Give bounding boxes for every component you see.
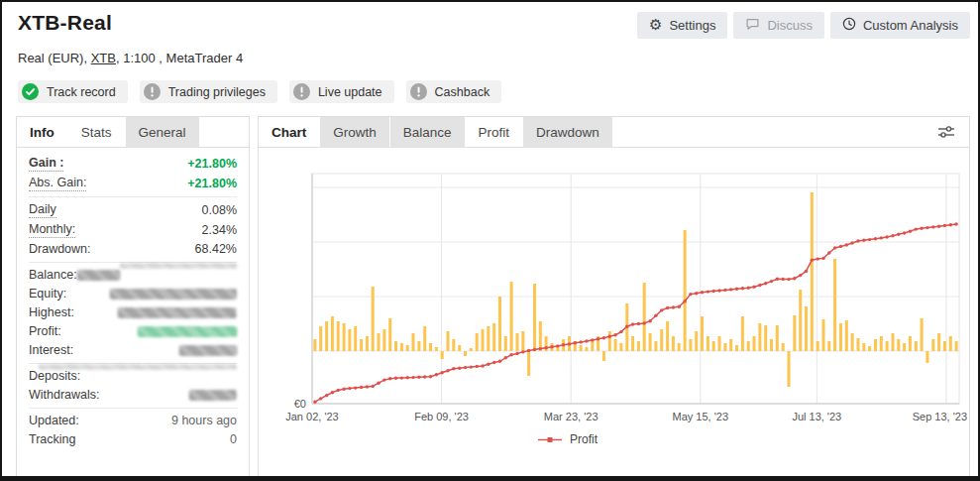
- tab-profit[interactable]: Profit: [466, 117, 523, 147]
- profit-bar: [845, 320, 848, 351]
- tab-stats[interactable]: Stats: [68, 117, 125, 147]
- line-marker: [377, 382, 380, 385]
- profit-bar: [793, 315, 796, 351]
- profit-bar: [811, 192, 814, 351]
- x-axis-tick: Feb 09, '23: [414, 411, 469, 422]
- chart-gridlines: [312, 174, 959, 404]
- profit-bar: [886, 341, 889, 351]
- stat-value: +21.80%: [187, 177, 237, 191]
- profit-bar: [372, 287, 375, 351]
- profit-bar: [931, 339, 934, 351]
- stat-row-interest: Interest:: [29, 341, 237, 360]
- broker-link[interactable]: XTB: [91, 51, 116, 65]
- profit-bar: [348, 329, 351, 351]
- profit-bar: [701, 316, 704, 351]
- stat-label[interactable]: Monthly:: [29, 222, 75, 238]
- tab-balance[interactable]: Balance: [390, 117, 465, 147]
- line-marker: [943, 224, 946, 227]
- line-marker: [764, 282, 767, 285]
- profit-bar: [822, 319, 825, 351]
- line-marker: [509, 353, 512, 356]
- line-marker: [821, 257, 824, 260]
- profit-bar: [510, 282, 513, 351]
- profit-bar: [602, 351, 605, 361]
- profit-bar: [827, 341, 830, 351]
- line-marker: [747, 287, 750, 290]
- profit-bar: [805, 306, 808, 351]
- line-marker: [452, 367, 455, 370]
- profit-bar: [400, 343, 403, 351]
- tab-drawdown[interactable]: Drawdown: [523, 117, 612, 147]
- profit-line: [313, 222, 958, 404]
- profit-bar: [892, 333, 895, 351]
- line-marker: [683, 300, 686, 302]
- line-marker: [411, 376, 414, 379]
- tab-growth[interactable]: Growth: [320, 117, 389, 147]
- page-header: XTB-Real ⚙SettingsDiscussCustom Analysis…: [2, 2, 978, 103]
- line-marker: [574, 341, 577, 344]
- line-marker: [556, 344, 559, 347]
- profit-bar: [753, 336, 756, 351]
- profit-bar: [412, 333, 415, 351]
- line-marker: [717, 289, 720, 292]
- badge-track-record[interactable]: Track record: [18, 80, 128, 103]
- profit-bar: [707, 336, 709, 351]
- line-marker: [937, 225, 940, 228]
- profit-chart-svg[interactable]: €0Jan 02, '23Feb 09, '23Mar 23, '23May 1…: [261, 158, 970, 427]
- gear-icon: ⚙: [649, 18, 662, 33]
- stat-value: 0: [230, 432, 237, 447]
- line-marker: [325, 394, 328, 397]
- profit-bar: [470, 348, 473, 351]
- settings-button[interactable]: ⚙Settings: [637, 12, 727, 39]
- x-axis-tick: Jan 02, '23: [285, 411, 338, 422]
- badge-trading-privileges[interactable]: Trading privileges: [140, 80, 277, 103]
- profit-bar: [343, 323, 346, 351]
- line-marker: [915, 227, 918, 230]
- line-marker: [695, 292, 698, 295]
- stats-title-tab-info[interactable]: Info: [17, 117, 67, 147]
- stat-value: +21.80%: [187, 157, 237, 172]
- line-marker: [492, 361, 495, 364]
- line-marker: [723, 289, 726, 292]
- profit-bar: [441, 351, 444, 359]
- badge-cashback[interactable]: Cashback: [406, 80, 502, 103]
- line-marker: [602, 336, 605, 339]
- stat-row-abs-gain: Abs. Gain:+21.80%: [29, 174, 237, 193]
- profit-bar: [325, 321, 328, 351]
- line-marker: [441, 371, 444, 374]
- profit-bar: [452, 339, 455, 351]
- stats-panel-tabs: InfoStatsGeneral: [17, 117, 249, 147]
- line-marker: [752, 286, 755, 289]
- discuss-button[interactable]: Discuss: [733, 12, 824, 39]
- exclamation-icon: [293, 83, 310, 100]
- line-marker: [799, 274, 802, 277]
- line-marker: [533, 348, 536, 351]
- stat-label[interactable]: Abs. Gain:: [29, 176, 86, 191]
- filter-sliders-icon[interactable]: [924, 117, 969, 147]
- line-marker: [903, 231, 906, 234]
- profit-bar: [417, 341, 420, 351]
- chart-title-tab-chart[interactable]: Chart: [259, 117, 319, 147]
- line-marker: [337, 389, 340, 392]
- badge-live-update[interactable]: Live update: [289, 80, 394, 103]
- profit-bar: [684, 230, 687, 351]
- redacted-value: [189, 390, 237, 401]
- line-marker: [400, 376, 403, 379]
- stat-label[interactable]: Daily: [29, 202, 56, 218]
- profit-bar: [660, 329, 663, 351]
- profit-bar: [360, 339, 363, 351]
- profit-bar: [833, 259, 836, 351]
- line-marker: [504, 356, 507, 359]
- stat-row-gain: Gain :+21.80%: [29, 154, 237, 174]
- profit-chart[interactable]: €0Jan 02, '23Feb 09, '23Mar 23, '23May 1…: [259, 148, 969, 476]
- stat-value: 2.34%: [202, 223, 237, 238]
- profit-bar: [614, 339, 617, 351]
- profit-bar: [539, 321, 542, 351]
- tab-general[interactable]: General: [126, 117, 199, 147]
- stat-label[interactable]: Gain :: [29, 156, 63, 172]
- custom-analysis-button[interactable]: Custom Analysis: [830, 12, 970, 39]
- line-marker: [515, 352, 518, 355]
- stat-row-withdrawals: Withdrawals:: [29, 386, 237, 405]
- line-marker: [435, 373, 438, 376]
- line-marker: [868, 238, 871, 241]
